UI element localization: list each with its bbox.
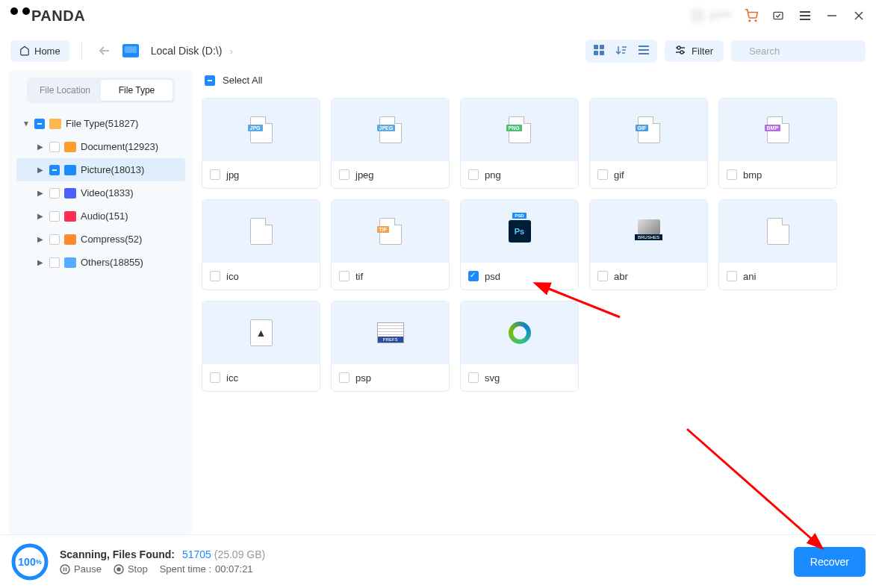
filetype-checkbox[interactable]: [597, 271, 608, 281]
grid-view-icon[interactable]: [593, 44, 605, 58]
tree-item-picture[interactable]: ▶ Picture(18013): [16, 158, 185, 181]
tree-item-audio[interactable]: ▶ Audio(151): [16, 204, 185, 228]
pause-button[interactable]: Pause: [60, 563, 102, 575]
video-icon: [64, 188, 76, 198]
svg-point-28: [60, 565, 69, 574]
caret-right-icon: ▶: [37, 212, 45, 220]
home-button[interactable]: Home: [10, 40, 69, 62]
caret-right-icon: ▶: [37, 258, 45, 266]
filetype-card-svg[interactable]: svg: [460, 301, 579, 392]
filetype-card-jpeg[interactable]: JPEGjpeg: [331, 98, 450, 189]
tree-root-filetype[interactable]: ▼ File Type(51827): [16, 112, 185, 135]
checkbox[interactable]: [49, 142, 60, 152]
arrow-left-icon: [99, 46, 111, 56]
breadcrumb-path[interactable]: Local Disk (D:\): [151, 45, 223, 57]
checkbox-indeterminate[interactable]: [34, 119, 45, 129]
filetype-card-psd[interactable]: Pspsd: [460, 199, 579, 290]
filetype-preview: GIF: [590, 98, 707, 161]
sort-icon[interactable]: [615, 45, 627, 57]
filetype-checkbox[interactable]: [339, 372, 350, 383]
filetype-checkbox[interactable]: [727, 169, 737, 180]
search-box[interactable]: [731, 40, 866, 62]
filetype-label: psp: [355, 372, 371, 384]
filetype-checkbox[interactable]: [210, 271, 220, 281]
caret-right-icon: ▶: [37, 143, 45, 151]
close-button[interactable]: [852, 9, 866, 22]
filetype-card-gif[interactable]: GIFgif: [589, 98, 708, 189]
checkbox[interactable]: [49, 257, 60, 268]
filetype-card-ico[interactable]: ico: [202, 199, 320, 290]
stop-button[interactable]: Stop: [114, 563, 148, 575]
filetype-checkbox[interactable]: [468, 372, 479, 383]
filetype-card-abr[interactable]: BRUSHESabr: [589, 199, 708, 290]
caret-right-icon: ▶: [37, 189, 45, 197]
filetype-label: icc: [226, 372, 238, 384]
minimize-button[interactable]: [825, 9, 839, 22]
filetype-card-png[interactable]: PNGpng: [460, 98, 579, 189]
tab-file-type[interactable]: File Type: [101, 80, 173, 101]
filetype-card-bmp[interactable]: BMPbmp: [718, 98, 837, 189]
svg-rect-10: [600, 45, 604, 49]
search-input[interactable]: [749, 46, 875, 57]
filetype-card-psp[interactable]: PREFSpsp: [331, 301, 450, 392]
view-mode-group: [585, 40, 657, 63]
svg-point-32: [117, 568, 120, 571]
document-icon: [64, 142, 76, 152]
pause-icon: [60, 564, 70, 575]
svg-point-1: [755, 20, 757, 22]
filetype-label: ani: [743, 271, 756, 282]
checkbox[interactable]: [49, 211, 60, 222]
filetype-checkbox[interactable]: [210, 169, 220, 180]
filetype-preview: JPG: [202, 98, 320, 161]
filetype-checkbox[interactable]: [339, 271, 350, 281]
checkbox[interactable]: [49, 188, 60, 198]
filetype-card-jpg[interactable]: JPGjpg: [202, 98, 320, 189]
back-button[interactable]: [94, 40, 115, 61]
list-view-icon[interactable]: [638, 45, 650, 57]
tree-item-document[interactable]: ▶ Document(12923): [16, 135, 185, 158]
filetype-preview: PNG: [461, 98, 578, 161]
filetype-label: abr: [614, 271, 628, 282]
filetype-card-ani[interactable]: ani: [718, 199, 837, 290]
svg-rect-12: [600, 51, 604, 55]
filetype-preview: TIF: [332, 200, 449, 263]
menu-icon[interactable]: [798, 9, 812, 22]
filetype-checkbox[interactable]: [210, 372, 220, 383]
filter-button[interactable]: Filter: [665, 40, 724, 62]
filetype-preview: JPEG: [332, 98, 449, 161]
filter-icon: [675, 46, 686, 56]
filetype-preview: BRUSHES: [590, 200, 707, 263]
scan-status-text: Scanning, Files Found: 51705 (25.09 GB): [60, 548, 265, 560]
tab-file-location[interactable]: File Location: [29, 80, 101, 101]
checkbox[interactable]: [49, 234, 60, 245]
feedback-icon[interactable]: [771, 9, 785, 22]
select-all-checkbox[interactable]: [205, 75, 215, 86]
caret-right-icon: ▶: [37, 235, 45, 243]
cart-icon[interactable]: [745, 9, 758, 22]
filetype-label: psd: [485, 271, 500, 282]
content-area: Select All JPGjpgJPEGjpegPNGpngGIFgifBMP…: [202, 70, 867, 534]
tree-item-others[interactable]: ▶ Others(18855): [16, 251, 185, 274]
checkbox-indeterminate[interactable]: [49, 165, 60, 175]
app-logo: PANDA: [10, 7, 85, 25]
filetype-checkbox[interactable]: [727, 271, 737, 281]
svg-point-0: [749, 20, 751, 22]
filetype-label: ico: [226, 271, 239, 282]
filetype-preview: [202, 200, 320, 263]
filetype-preview: [719, 200, 836, 263]
home-icon: [19, 46, 30, 56]
filetype-checkbox[interactable]: [339, 169, 350, 180]
recover-button[interactable]: Recover: [794, 547, 866, 577]
compress-icon: [64, 234, 76, 245]
filetype-checkbox[interactable]: [468, 169, 479, 180]
tree-item-compress[interactable]: ▶ Compress(52): [16, 228, 185, 251]
filetype-card-tif[interactable]: TIFtif: [331, 199, 450, 290]
filetype-card-icc[interactable]: ▲icc: [202, 301, 320, 392]
filetype-checkbox[interactable]: [597, 169, 608, 180]
filetype-checkbox[interactable]: [468, 271, 479, 281]
filetype-preview: BMP: [719, 98, 836, 161]
tree-item-video[interactable]: ▶ Video(1833): [16, 181, 185, 204]
others-icon: [64, 257, 76, 268]
spent-time: Spent time : 00:07:21: [160, 563, 253, 575]
user-info[interactable]: 17***: [691, 9, 731, 22]
